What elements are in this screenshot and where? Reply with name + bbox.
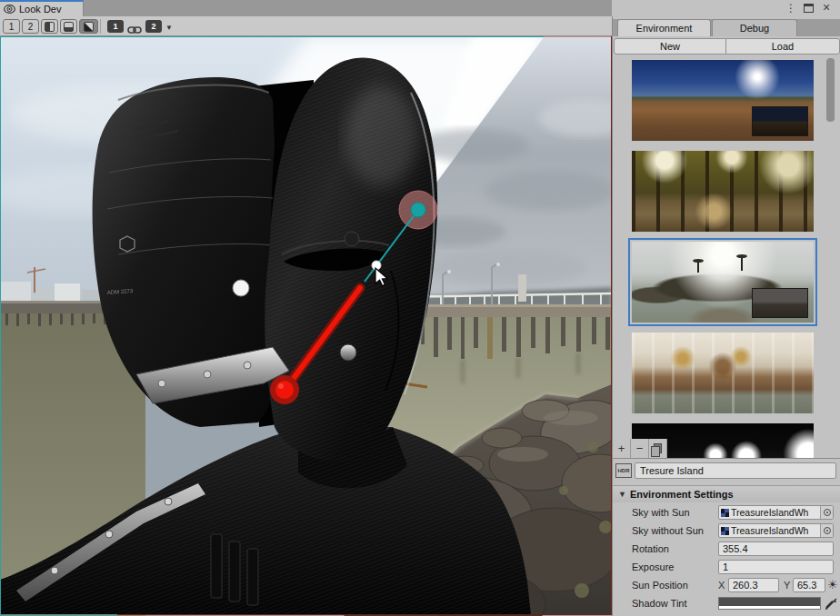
exposure-row: Exposure 1	[613, 560, 840, 575]
exposure-input[interactable]: 1	[718, 560, 834, 574]
sky-with-sun-object-field[interactable]: TreasureIslandWh	[718, 505, 834, 520]
vertical-split-icon	[45, 22, 55, 32]
maximize-icon[interactable]	[804, 4, 814, 13]
environment-panel: Environment Debug New Load + − HDR Tresu…	[612, 16, 840, 616]
horizontal-split-icon	[64, 22, 74, 32]
sky-with-sun-label: Sky with Sun	[632, 507, 690, 518]
rotation-value: 355.4	[719, 543, 748, 554]
shadow-tint-row: Shadow Tint	[613, 596, 840, 611]
env-list-buttons: + −	[613, 439, 667, 458]
chevron-down-icon[interactable]: ▼	[165, 24, 173, 32]
split-zone-view-button[interactable]	[79, 19, 98, 34]
rotation-input[interactable]: 355.4	[718, 541, 834, 556]
object-picker-icon	[824, 527, 831, 534]
diagonal-split-icon	[84, 22, 94, 32]
white-bolt	[233, 280, 249, 296]
camera-1-button[interactable]: 1	[107, 20, 124, 33]
env-thumbnail-treasure-island[interactable]	[632, 242, 814, 323]
add-environment-button[interactable]: +	[613, 439, 631, 458]
duplicate-icon	[654, 443, 662, 453]
settings-header-label: Environment Settings	[630, 489, 734, 500]
single-view-2-button[interactable]: 2	[22, 19, 39, 34]
object-picker-button[interactable]	[820, 506, 833, 519]
toolbar-separator	[100, 19, 101, 34]
panel-tab-strip: Environment Debug	[613, 19, 840, 36]
env-thumbnail-inset	[752, 288, 808, 318]
split-horizontal-view-button[interactable]	[60, 19, 77, 34]
alpha-bar	[719, 606, 820, 609]
divider	[613, 458, 840, 459]
sky-without-sun-object-field[interactable]: TreasureIslandWh	[718, 523, 834, 538]
sun-position-label: Sun Position	[632, 580, 688, 591]
eye-icon	[4, 5, 15, 14]
load-button[interactable]: Load	[725, 38, 840, 55]
env-thumbnail-outback[interactable]	[632, 60, 814, 141]
env-thumbnail-forest[interactable]	[632, 151, 814, 232]
single-view-1-button[interactable]: 1	[3, 19, 20, 34]
env-thumbnail-church[interactable]	[632, 333, 814, 413]
side-by-side-view-button[interactable]	[41, 19, 58, 34]
lookdev-viewport[interactable]: ADM 2273	[0, 36, 612, 616]
palm-tree	[741, 258, 743, 271]
foldout-arrow-icon: ▼	[618, 490, 626, 499]
sun-x-value: 260.3	[733, 580, 758, 591]
hdr-badge: HDR	[615, 463, 632, 478]
window-menu-icon[interactable]: ⋮	[785, 2, 795, 15]
gizmo-teal-handle[interactable]	[411, 203, 425, 217]
cubemap-icon	[721, 509, 729, 517]
shadow-tint-color-field[interactable]	[718, 597, 821, 610]
close-icon[interactable]: ×	[823, 1, 830, 14]
eyedropper-icon[interactable]	[825, 597, 837, 613]
render-view[interactable]: ADM 2273	[0, 36, 612, 616]
exposure-value: 1	[719, 561, 728, 572]
rotation-label: Rotation	[632, 543, 669, 554]
object-picker-button[interactable]	[820, 524, 833, 537]
shadow-tint-label: Shadow Tint	[632, 598, 687, 609]
sky-without-sun-value: TreasureIslandWh	[729, 525, 820, 536]
environment-name-input[interactable]: Tresure Island	[635, 462, 836, 479]
sky-with-sun-row: Sky with Sun TreasureIslandWh	[613, 505, 840, 521]
cubemap-icon	[721, 527, 729, 535]
environment-settings-foldout[interactable]: ▼ Environment Settings	[613, 485, 840, 502]
sun-icon[interactable]: ☀	[827, 578, 838, 591]
sun-x-label: X	[718, 580, 725, 591]
sun-y-input[interactable]: 65.3	[793, 578, 825, 592]
sun-x-input[interactable]: 260.3	[728, 578, 779, 592]
rotation-row: Rotation 355.4	[613, 541, 840, 557]
tab-look-dev[interactable]: Look Dev	[0, 0, 84, 16]
sun-position-row: Sun Position X 260.3 Y 65.3 ☀	[613, 578, 840, 593]
tab-environment[interactable]: Environment	[617, 19, 711, 36]
sun-y-value: 65.3	[797, 580, 816, 591]
sky-without-sun-row: Sky without Sun TreasureIslandWh	[613, 523, 840, 539]
duplicate-environment-button[interactable]	[649, 439, 667, 458]
new-button[interactable]: New	[614, 38, 726, 55]
sky-with-sun-value: TreasureIslandWh	[729, 507, 820, 518]
tab-look-dev-label: Look Dev	[19, 4, 61, 15]
scrollbar-thumb[interactable]	[826, 58, 835, 122]
exposure-label: Exposure	[632, 561, 674, 572]
sky-without-sun-label: Sky without Sun	[632, 525, 704, 536]
env-thumbnail-inset	[752, 106, 808, 136]
remove-environment-button[interactable]: −	[631, 439, 649, 458]
sun-y-label: Y	[784, 580, 790, 591]
object-picker-icon	[824, 509, 831, 516]
palm-tree	[697, 263, 699, 273]
tab-debug[interactable]: Debug	[712, 19, 797, 36]
camera-2-button[interactable]: 2	[145, 20, 162, 33]
link-icon	[127, 25, 142, 35]
lookdev-toolbar: 1 2 1 2 ▼	[0, 16, 612, 36]
